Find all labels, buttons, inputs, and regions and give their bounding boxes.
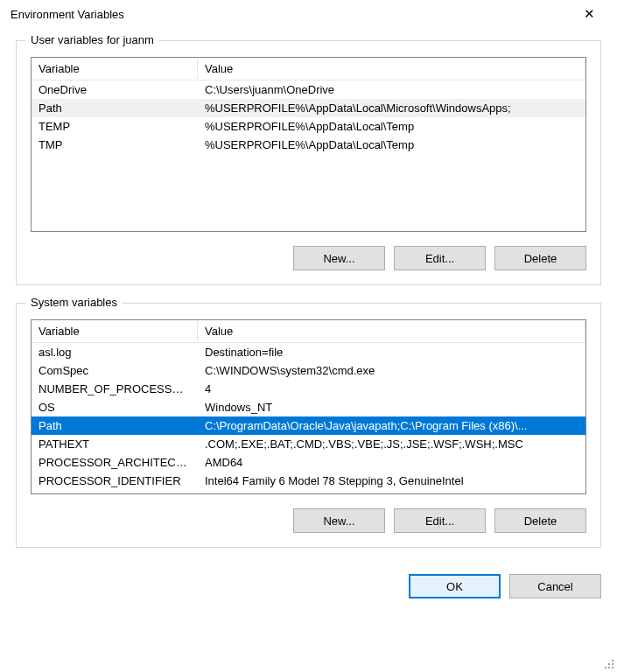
cell-value: AMD64 [198,453,585,472]
cell-variable: PROCESSOR_ARCHITECTU... [32,453,198,472]
system-variables-group: System variables Variable Value asl.logD… [16,303,601,548]
cell-value: %USERPROFILE%\AppData\Local\Temp [198,117,585,136]
table-row[interactable]: PROCESSOR_IDENTIFIERIntel64 Family 6 Mod… [32,472,585,490]
system-new-button[interactable]: New... [293,508,385,533]
window-title: Environment Variables [11,8,570,21]
system-delete-button[interactable]: Delete [494,508,586,533]
system-group-label: System variables [25,296,123,309]
cell-value: 4 [198,380,585,398]
cell-value: Destination=file [198,343,585,361]
titlebar: Environment Variables ✕ [0,0,617,28]
table-row[interactable]: TEMP%USERPROFILE%\AppData\Local\Temp [32,117,585,136]
cell-variable: OneDrive [32,80,198,99]
system-variables-list[interactable]: Variable Value asl.logDestination=fileCo… [31,319,586,494]
cell-variable: Path [32,99,198,117]
cancel-button[interactable]: Cancel [509,574,601,598]
column-header-variable[interactable]: Variable [32,321,198,341]
table-row[interactable]: PathC:\ProgramData\Oracle\Java\javapath;… [32,416,585,435]
cell-variable: TEMP [32,117,198,136]
user-variables-group: User variables for juanm Variable Value … [16,40,601,285]
svg-rect-3 [605,667,606,668]
user-group-label: User variables for juanm [25,33,159,46]
cell-variable: NUMBER_OF_PROCESSORS [32,380,198,398]
cell-value: .COM;.EXE;.BAT;.CMD;.VBS;.VBE;.JS;.JSE;.… [198,435,585,453]
cell-value: %USERPROFILE%\AppData\Local\Temp [198,136,585,154]
user-edit-button[interactable]: Edit... [394,246,486,270]
user-buttons-row: New... Edit... Delete [31,246,586,270]
svg-rect-1 [608,663,610,665]
list-header: Variable Value [32,58,585,80]
cell-value: C:\Users\juanm\OneDrive [198,80,585,99]
cell-variable: TMP [32,136,198,154]
column-header-value[interactable]: Value [198,321,585,341]
resize-grip-icon[interactable] [603,658,615,670]
table-row[interactable]: NUMBER_OF_PROCESSORS4 [32,380,585,398]
svg-rect-4 [608,667,610,668]
cell-variable: ComSpec [32,361,198,380]
cell-variable: OS [32,398,198,416]
cell-value: Windows_NT [198,398,585,416]
table-row[interactable]: PATHEXT.COM;.EXE;.BAT;.CMD;.VBS;.VBE;.JS… [32,435,585,453]
close-icon[interactable]: ✕ [570,6,608,22]
system-buttons-row: New... Edit... Delete [31,508,586,533]
cell-variable: PROCESSOR_IDENTIFIER [32,472,198,490]
user-new-button[interactable]: New... [293,246,385,270]
table-row[interactable]: OneDriveC:\Users\juanm\OneDrive [32,80,585,99]
svg-rect-5 [612,667,613,668]
table-row[interactable]: TMP%USERPROFILE%\AppData\Local\Temp [32,136,585,154]
column-header-variable[interactable]: Variable [32,59,198,79]
cell-variable: PATHEXT [32,435,198,453]
table-row[interactable]: PROCESSOR_ARCHITECTU...AMD64 [32,453,585,472]
ok-button[interactable]: OK [409,574,501,598]
user-delete-button[interactable]: Delete [494,246,586,270]
table-row[interactable]: Path%USERPROFILE%\AppData\Local\Microsof… [32,99,585,117]
cell-value: C:\WINDOWS\system32\cmd.exe [198,361,585,380]
cell-value: Intel64 Family 6 Model 78 Stepping 3, Ge… [198,472,585,490]
column-header-value[interactable]: Value [198,59,585,79]
cell-variable: Path [32,416,198,435]
table-row[interactable]: OSWindows_NT [32,398,585,416]
cell-value: C:\ProgramData\Oracle\Java\javapath;C:\P… [198,416,585,435]
dialog-content: User variables for juanm Variable Value … [0,28,617,574]
dialog-buttons-row: OK Cancel [0,574,617,611]
list-header: Variable Value [32,320,585,343]
svg-rect-2 [612,663,613,665]
table-row[interactable]: asl.logDestination=file [32,343,585,361]
table-row[interactable]: ComSpecC:\WINDOWS\system32\cmd.exe [32,361,585,380]
cell-value: %USERPROFILE%\AppData\Local\Microsoft\Wi… [198,99,585,117]
svg-rect-0 [612,660,613,662]
user-variables-list[interactable]: Variable Value OneDriveC:\Users\juanm\On… [31,57,586,232]
cell-variable: asl.log [32,343,198,361]
system-edit-button[interactable]: Edit... [394,508,486,533]
